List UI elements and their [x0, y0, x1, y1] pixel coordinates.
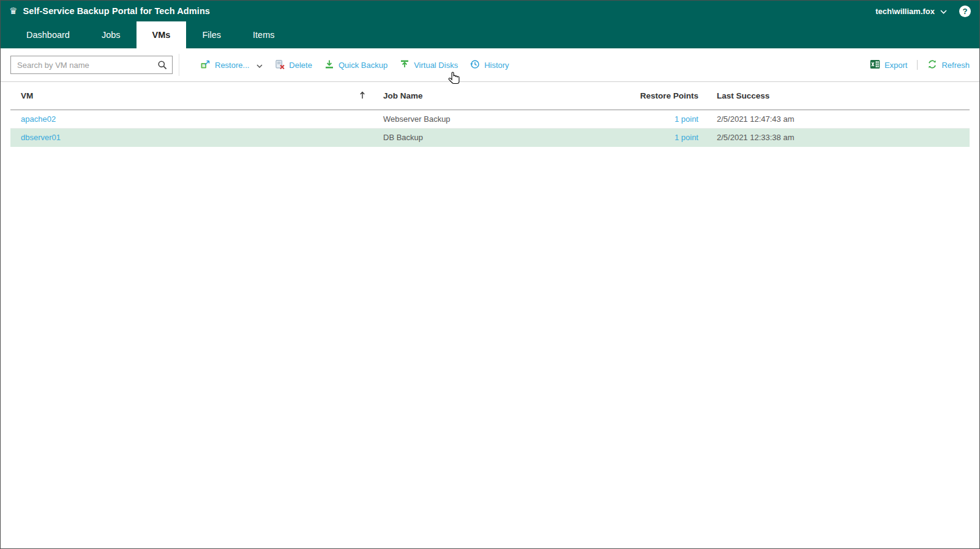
excel-export-icon: [870, 59, 880, 71]
restore-points-link[interactable]: 1 point: [675, 114, 698, 124]
toolbar-divider: [179, 54, 179, 76]
help-button[interactable]: ?: [959, 6, 971, 17]
vm-name-link[interactable]: dbserver01: [21, 133, 61, 142]
column-header-last-success[interactable]: Last Success: [698, 91, 970, 100]
virtual-disks-label: Virtual Disks: [414, 61, 458, 70]
delete-button[interactable]: Delete: [275, 59, 312, 71]
export-label: Export: [885, 61, 908, 70]
tab-dashboard[interactable]: Dashboard: [10, 21, 86, 48]
chevron-down-icon: [256, 61, 263, 70]
export-button[interactable]: Export: [870, 59, 908, 71]
top-bar: ♛ Self-Service Backup Portal for Tech Ad…: [1, 1, 979, 21]
virtual-disks-icon: [400, 59, 410, 71]
search-icon[interactable]: [157, 60, 167, 72]
last-success-cell: 2/5/2021 12:33:38 am: [698, 133, 970, 142]
last-success-cell: 2/5/2021 12:47:43 am: [698, 114, 970, 124]
column-header-restore-points[interactable]: Restore Points: [630, 91, 698, 100]
column-header-vm[interactable]: VM: [10, 91, 373, 101]
chevron-down-icon: [940, 7, 947, 16]
nav-tabs: Dashboard Jobs VMs Files Items: [1, 21, 979, 48]
tab-vms[interactable]: VMs: [137, 21, 187, 48]
tab-items[interactable]: Items: [237, 21, 290, 48]
table-header: VM Job Name Restore Points Last Success: [10, 82, 970, 110]
job-name-cell: DB Backup: [373, 133, 630, 142]
username: tech\william.fox: [875, 7, 935, 16]
vm-name-link[interactable]: apache02: [21, 114, 56, 124]
virtual-disks-button[interactable]: Virtual Disks: [400, 59, 458, 71]
search-box: [10, 56, 173, 74]
refresh-label: Refresh: [941, 61, 970, 70]
veeam-logo-icon: ♛: [9, 7, 17, 16]
restore-label: Restore...: [215, 61, 249, 70]
restore-icon: [200, 59, 211, 71]
toolbar-right: Export Refresh: [870, 59, 970, 71]
job-name-cell: Webserver Backup: [373, 114, 630, 124]
quick-backup-icon: [324, 59, 334, 71]
top-bar-right: tech\william.fox ?: [875, 6, 971, 17]
toolbar: Restore... Delete: [1, 48, 979, 82]
history-button[interactable]: History: [470, 59, 509, 71]
history-icon: [470, 59, 480, 71]
restore-points-link[interactable]: 1 point: [675, 133, 698, 142]
tab-files[interactable]: Files: [186, 21, 237, 48]
user-menu[interactable]: tech\william.fox: [875, 7, 947, 16]
refresh-icon: [927, 59, 937, 71]
quick-backup-label: Quick Backup: [339, 61, 387, 70]
search-input[interactable]: [10, 56, 173, 74]
column-header-job-name[interactable]: Job Name: [373, 91, 630, 100]
history-label: History: [484, 61, 509, 70]
table-row[interactable]: apache02 Webserver Backup 1 point 2/5/20…: [10, 110, 970, 129]
table-row-selected[interactable]: dbserver01 DB Backup 1 point 2/5/2021 12…: [10, 129, 970, 147]
portal-title: Self-Service Backup Portal for Tech Admi…: [23, 6, 210, 16]
restore-button[interactable]: Restore...: [200, 59, 263, 71]
quick-backup-button[interactable]: Quick Backup: [324, 59, 387, 71]
delete-label: Delete: [289, 61, 312, 70]
sort-ascending-icon: [359, 91, 365, 101]
delete-icon: [275, 59, 285, 71]
toolbar-right-divider: [917, 60, 918, 70]
app-window: ♛ Self-Service Backup Portal for Tech Ad…: [0, 0, 980, 549]
tab-jobs[interactable]: Jobs: [86, 21, 137, 48]
refresh-button[interactable]: Refresh: [927, 59, 970, 71]
